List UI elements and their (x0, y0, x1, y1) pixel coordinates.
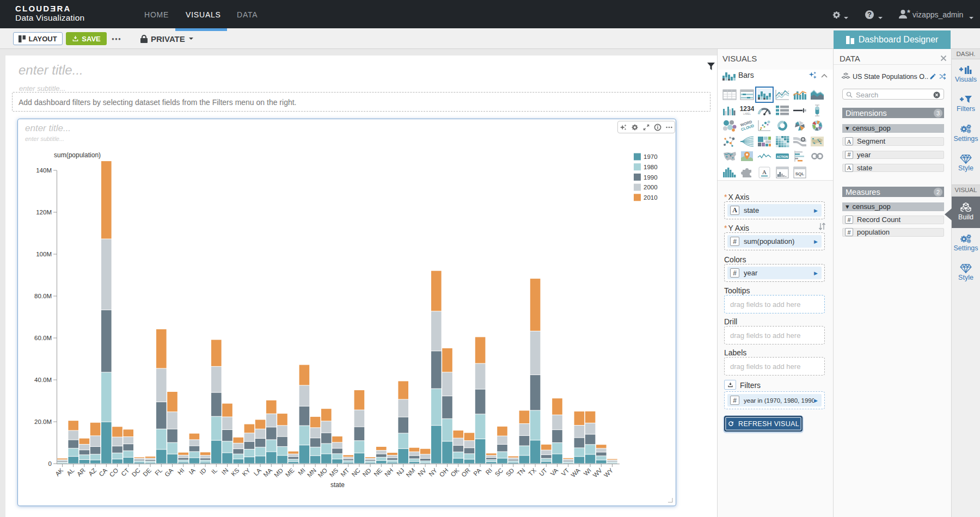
svg-text:CO: CO (108, 467, 120, 478)
svg-text:MN: MN (306, 467, 317, 478)
svg-text:VA: VA (549, 467, 560, 477)
svg-text:DE: DE (142, 467, 152, 478)
svg-text:AR: AR (76, 467, 87, 478)
svg-text:UT: UT (538, 467, 548, 477)
svg-text:AK: AK (54, 467, 65, 478)
svg-text:CA: CA (97, 467, 108, 478)
svg-text:NC: NC (351, 467, 362, 478)
svg-text:VT: VT (560, 467, 571, 477)
svg-text:TN: TN (516, 467, 526, 477)
svg-text:NH: NH (383, 467, 394, 478)
svg-text:140M: 140M (36, 167, 52, 174)
svg-text:RI: RI (485, 467, 494, 476)
svg-text:1234: 1234 (740, 105, 754, 113)
svg-text:SQL: SQL (795, 171, 805, 176)
svg-text:ND: ND (362, 467, 372, 478)
svg-text:IN: IN (220, 467, 230, 476)
svg-text:MA: MA (262, 467, 274, 478)
svg-text:state: state (330, 481, 345, 489)
svg-text:2010: 2010 (644, 194, 658, 201)
svg-text:MO: MO (317, 467, 329, 479)
svg-text:MS: MS (328, 467, 340, 478)
svg-text:NV: NV (416, 467, 427, 478)
svg-text:100M: 100M (36, 251, 52, 257)
svg-text:NE: NE (372, 467, 383, 478)
svg-text:AL: AL (65, 467, 76, 477)
svg-text:OR: OR (460, 467, 471, 478)
svg-text:KY: KY (241, 467, 252, 478)
svg-text:OH: OH (438, 467, 450, 478)
svg-text:2000: 2000 (644, 184, 658, 190)
svg-text:40.0M: 40.0M (34, 377, 52, 383)
svg-text:WA: WA (570, 467, 582, 479)
svg-text:MT: MT (339, 467, 350, 478)
svg-text:HI: HI (176, 467, 186, 476)
svg-text:20.0M: 20.0M (34, 418, 52, 425)
svg-text:1980: 1980 (644, 164, 658, 170)
svg-text:WI: WI (583, 467, 592, 477)
svg-text:PA: PA (472, 467, 482, 477)
svg-text:80.0M: 80.0M (34, 293, 52, 299)
svg-text:FL: FL (154, 467, 163, 477)
svg-text:NM: NM (405, 467, 416, 478)
svg-text:MD: MD (273, 467, 284, 478)
svg-text:NY: NY (427, 467, 438, 478)
svg-text:TX: TX (527, 467, 537, 477)
svg-text:KS: KS (230, 467, 241, 478)
svg-text:DC: DC (131, 467, 142, 478)
svg-text:ID: ID (198, 467, 207, 476)
svg-text:IA: IA (188, 467, 197, 476)
svg-text:CT: CT (120, 467, 130, 477)
svg-text:ACTION: ACTION (776, 155, 788, 158)
svg-text:sum(population): sum(population) (54, 151, 101, 159)
svg-text:IL: IL (210, 467, 219, 476)
svg-text:60.0M: 60.0M (34, 335, 52, 341)
svg-text:AZ: AZ (87, 467, 97, 477)
svg-text:1970: 1970 (644, 153, 658, 160)
svg-text:A: A (762, 169, 767, 175)
svg-text:OK: OK (449, 467, 460, 478)
svg-text:MI: MI (297, 467, 307, 477)
svg-text:ME: ME (284, 467, 296, 478)
svg-text:SC: SC (494, 467, 505, 478)
svg-text:WV: WV (592, 467, 604, 479)
svg-text:NJ: NJ (395, 467, 405, 477)
svg-text:1990: 1990 (644, 174, 658, 181)
svg-text:GA: GA (163, 467, 174, 478)
svg-text:0: 0 (48, 460, 52, 467)
svg-text:LA: LA (253, 467, 263, 477)
svg-text:SD: SD (505, 467, 516, 478)
svg-text:120M: 120M (36, 209, 52, 216)
svg-text:LABEL: LABEL (743, 113, 751, 115)
svg-text:WY: WY (603, 467, 615, 479)
